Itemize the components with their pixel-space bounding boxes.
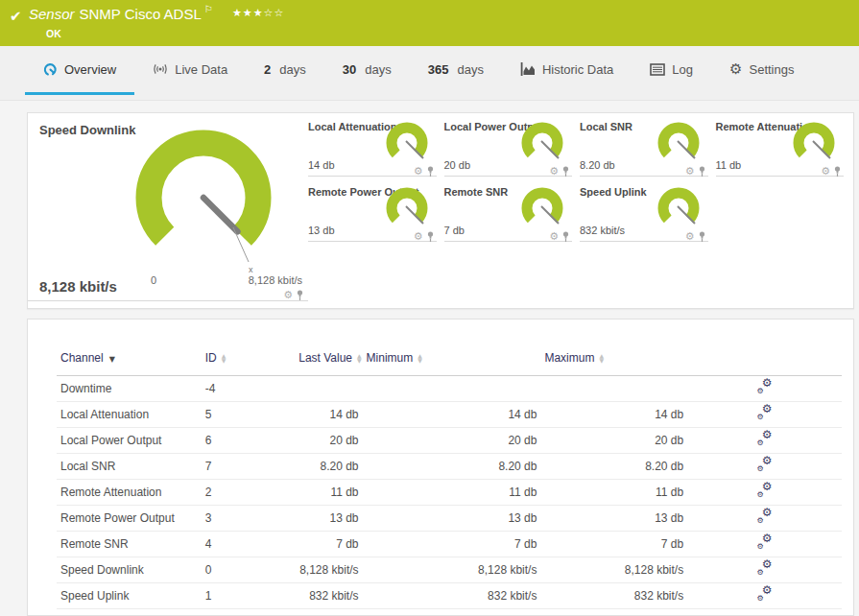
channel-settings-icon[interactable]: ⚙⚙: [757, 458, 773, 472]
pin-icon[interactable]: [561, 166, 570, 177]
pin-icon[interactable]: [426, 231, 435, 242]
channel-name: Downtime: [57, 375, 202, 401]
channel-settings-icon[interactable]: ⚙⚙: [757, 509, 773, 524]
channel-maximum: 7 db: [540, 531, 687, 557]
channel-name: Remote Attenuation: [57, 479, 202, 505]
pin-icon[interactable]: [833, 166, 842, 177]
gauge-dial: [653, 119, 706, 167]
tab-historic-data[interactable]: Historic Data: [502, 46, 632, 95]
channel-maximum: 832 kbit/s: [540, 582, 687, 608]
tab-2-days[interactable]: 2 days: [246, 46, 324, 95]
channel-minimum: 8,128 kbit/s: [363, 557, 541, 582]
channel-row-local-snr: Local SNR 7 8.20 db 8.20 db 8.20 db ⚙⚙: [57, 453, 842, 479]
channel-settings-icon[interactable]: ⚙⚙: [757, 561, 773, 576]
gear-icon[interactable]: ⚙: [283, 290, 293, 300]
channel-id: 3: [202, 505, 295, 531]
tab-number: 30: [343, 62, 356, 77]
gauge-value: 20 db: [444, 159, 471, 171]
channel-settings-icon[interactable]: ⚙⚙: [757, 484, 773, 498]
channel-settings-icon[interactable]: ⚙⚙: [757, 406, 773, 420]
gauge-dial: [516, 184, 570, 232]
channel-maximum: 8.20 db: [540, 453, 687, 479]
stars-filled: ★★★: [232, 7, 264, 19]
gauge-value: 11 db: [716, 159, 742, 171]
gauge-value: 13 db: [308, 225, 335, 236]
channel-name: Remote Power Output: [57, 505, 202, 531]
channel-settings-icon[interactable]: ⚙⚙: [757, 432, 773, 446]
mini-gauge-speed-uplink: Speed Uplink 832 kbit/s ⚙: [580, 182, 708, 242]
gear-icon[interactable]: ⚙: [414, 166, 423, 177]
channel-minimum: [363, 375, 541, 401]
channel-name: Local Attenuation: [57, 401, 202, 427]
sensor-title-line: SensorSNMP Cisco ADSL⚐ ★★★☆☆: [29, 6, 284, 22]
channel-name: Remote SNR: [57, 531, 202, 557]
channel-maximum: 8,128 kbit/s: [540, 557, 687, 582]
gear-icon[interactable]: ⚙: [685, 231, 695, 242]
channel-row-remote-snr: Remote SNR 4 7 db 7 db 7 db ⚙⚙: [57, 531, 842, 557]
gear-icon[interactable]: ⚙: [685, 166, 695, 177]
priority-rating[interactable]: ★★★☆☆: [232, 7, 284, 19]
gear-icon[interactable]: ⚙: [414, 231, 423, 242]
channel-last-value: 14 db: [295, 401, 362, 427]
sort-icon: ▲▼: [222, 353, 227, 363]
column-header-id[interactable]: ID▲▼: [202, 341, 295, 375]
channel-minimum: 832 kbit/s: [363, 582, 541, 608]
column-header-last-value[interactable]: Last Value▲▼: [295, 341, 362, 375]
tab-overview[interactable]: Overview: [25, 46, 134, 95]
pin-icon[interactable]: [698, 231, 706, 242]
channel-minimum: 20 db: [363, 427, 541, 453]
gear-icon[interactable]: ⚙: [821, 166, 830, 177]
channel-last-value: 7 db: [295, 531, 362, 557]
tab-label: Historic Data: [542, 62, 613, 77]
channel-maximum: 11 db: [540, 479, 687, 505]
gear-icon[interactable]: ⚙: [549, 231, 559, 242]
channel-id: 1: [202, 582, 295, 608]
channel-settings-icon[interactable]: ⚙⚙: [757, 380, 773, 394]
column-header-channel[interactable]: Channel▼: [57, 341, 202, 375]
channel-last-value: [295, 375, 362, 401]
column-header-minimum[interactable]: Minimum▲▼: [363, 341, 541, 375]
column-header-settings: [687, 341, 842, 375]
tab-label: Settings: [750, 62, 795, 77]
needle-tip-marker: x: [249, 265, 253, 274]
tab-live-data[interactable]: Live Data: [134, 46, 246, 95]
pin-icon[interactable]: [561, 231, 570, 242]
tab-log[interactable]: Log: [632, 46, 711, 95]
channel-settings-icon[interactable]: ⚙⚙: [757, 535, 773, 550]
tab-365-days[interactable]: 365 days: [410, 46, 502, 95]
stars-empty: ☆☆: [264, 7, 285, 19]
channel-name: Local SNR: [57, 453, 202, 479]
channel-id: 2: [202, 479, 295, 505]
channels-table: Channel▼ ID▲▼ Last Value▲▼ Minimum▲▼ Max…: [57, 341, 842, 609]
gauge-scale-max: 8,128 kbit/s: [249, 274, 302, 286]
tab-30-days[interactable]: 30 days: [324, 46, 410, 95]
tab-label: Log: [672, 62, 693, 77]
channel-minimum: 14 db: [363, 401, 541, 427]
gauge-value: 8,128 kbit/s: [39, 278, 117, 295]
channel-row-speed-downlink: Speed Downlink 0 8,128 kbit/s 8,128 kbit…: [57, 557, 842, 582]
channel-id: 0: [202, 557, 295, 582]
channel-id: 5: [202, 401, 295, 427]
tab-label: Overview: [64, 62, 116, 77]
column-header-maximum[interactable]: Maximum▲▼: [540, 341, 687, 375]
sensor-status-header: ✔ SensorSNMP Cisco ADSL⚐ ★★★☆☆ OK: [0, 0, 859, 46]
gauge-value: 7 db: [444, 225, 465, 236]
gauge-needle: [203, 198, 237, 231]
channel-row-downtime: Downtime -4 ⚙⚙: [57, 375, 842, 401]
mini-gauge-local-attenuation: Local Attenuation 14 db ⚙: [308, 117, 437, 177]
gauge-dial: [788, 119, 842, 167]
gauges-panel: Speed Downlink x 0 8,128 kbit/s 8,128 kb…: [27, 112, 854, 309]
tab-settings[interactable]: ⚙ Settings: [711, 46, 812, 95]
main-gauge-speed-downlink: Speed Downlink x 0 8,128 kbit/s 8,128 kb…: [28, 113, 308, 301]
page-title: SNMP Cisco ADSL: [80, 6, 202, 22]
sort-icon: ▲▼: [418, 353, 422, 363]
gear-icon[interactable]: ⚙: [549, 166, 559, 177]
channel-settings-icon[interactable]: ⚙⚙: [757, 587, 773, 602]
gauge-value: 14 db: [308, 159, 335, 171]
tab-label: days: [279, 62, 305, 77]
flag-icon[interactable]: ⚐: [204, 4, 213, 14]
pin-icon[interactable]: [426, 166, 435, 177]
pin-icon[interactable]: [698, 166, 706, 177]
channel-last-value: 8,128 kbit/s: [295, 557, 362, 582]
pin-icon[interactable]: [296, 290, 304, 300]
